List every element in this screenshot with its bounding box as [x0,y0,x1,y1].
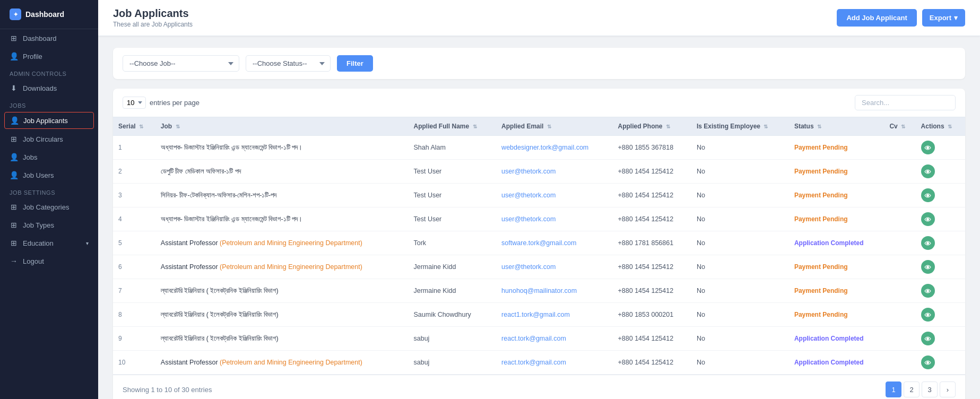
sidebar-label-job-applicants: Job Applicants [23,117,68,125]
cell-job: ল্যাবরেটরি ইঞ্জিনিয়ার ( ইলেকট্রনিক ইঞ্জ… [155,279,409,303]
cell-phone: +880 1454 125412 [613,327,691,351]
cell-actions [916,231,965,255]
topbar: Job Applicants These all are Job Applica… [98,0,980,36]
export-button[interactable]: Export ▾ [922,9,965,27]
table-row: 8 ল্যাবরেটরি ইঞ্জিনিয়ার ( ইলেকট্রনিক ইঞ… [113,303,965,327]
view-button[interactable] [921,308,935,322]
cell-status: Application Completed [789,351,884,375]
cell-existing: No [691,160,789,184]
filter-button[interactable]: Filter [337,55,373,72]
page-1-button[interactable]: 1 [886,381,901,397]
view-button[interactable] [921,355,935,369]
entries-select[interactable]: 10 25 50 [123,97,146,109]
cell-name: Shah Alam [408,136,496,160]
cell-name: Tork [408,231,496,255]
sidebar-item-education[interactable]: ⊞ Education ▾ [0,234,98,252]
cell-name: sabuj [408,327,496,351]
page-subtitle: These all are Job Applicants [113,21,193,28]
view-button[interactable] [921,236,935,250]
cell-actions [916,303,965,327]
table-row: 2 ডেপুটি চীফ মেডিকাল অফিসার-১টি পদ Test … [113,160,965,184]
cell-job: ডেপুটি চীফ মেডিকাল অফিসার-১টি পদ [155,160,409,184]
jobs-icon: 👤 [10,153,18,161]
dashboard-icon: ⊞ [10,34,18,42]
cell-existing: No [691,351,789,375]
view-button[interactable] [921,212,935,226]
table-container: 10 25 50 entries per page Serial ⇅ Job ⇅… [113,89,965,399]
table-row: 9 ল্যাবরেটরি ইঞ্জিনিয়ার ( ইলেকট্রনিক ইঞ… [113,327,965,351]
cell-cv [884,160,915,184]
view-button[interactable] [921,141,935,154]
view-button[interactable] [921,164,935,178]
cell-status: Payment Pending [789,255,884,279]
view-button[interactable] [921,260,935,274]
cell-serial: 8 [113,303,155,327]
sidebar-label-job-circulars: Job Circulars [23,135,63,143]
cell-serial: 9 [113,327,155,351]
content-area: --Choose Job-- --Choose Status-- Filter … [98,36,980,399]
table-controls: 10 25 50 entries per page [113,89,965,117]
choose-job-select[interactable]: --Choose Job-- [123,55,239,72]
cell-status: Payment Pending [789,184,884,207]
svg-point-2 [926,194,929,197]
cell-existing: No [691,231,789,255]
cell-cv [884,231,915,255]
sidebar-item-job-users[interactable]: 👤 Job Users [0,166,98,184]
pagination-buttons: 1 2 3 › [886,381,956,397]
svg-point-6 [926,290,929,292]
sidebar-item-job-categories[interactable]: ⊞ Job Categories [0,198,98,216]
table-row: 3 সিনিয়র- চীফ-টেকনিক্যাল-অফিসার-মেশিন-শ… [113,184,965,207]
main-content: Job Applicants These all are Job Applica… [98,0,980,399]
sidebar-item-jobs[interactable]: 👤 Jobs [0,148,98,166]
page-next-button[interactable]: › [940,381,956,397]
search-input[interactable] [855,95,956,110]
sidebar-item-profile[interactable]: 👤 Profile [0,47,98,65]
cell-email: software.tork@gmail.com [496,231,612,255]
cell-actions [916,351,965,375]
sidebar-logo: ✦ Dashboard [0,0,98,29]
sidebar-section-job-settings: Job Settings [0,184,98,198]
sidebar-item-job-types[interactable]: ⊞ Job Types [0,216,98,234]
sidebar-label-job-types: Job Types [23,221,54,229]
sidebar-label-jobs: Jobs [23,153,37,161]
col-existing: Is Existing Employee ⇅ [691,117,789,136]
cell-job: অধ্যাপক- ডিজাস্টার ইঞ্জিনিয়ারিং এন্ড ম্… [155,136,409,160]
svg-point-3 [926,218,929,221]
cell-actions [916,255,965,279]
view-button[interactable] [921,188,935,202]
view-button[interactable] [921,332,935,345]
col-actions: Actions ⇅ [916,117,965,136]
cell-actions [916,327,965,351]
page-3-button[interactable]: 3 [922,381,938,397]
cell-cv [884,279,915,303]
sidebar-item-logout[interactable]: → Logout [0,252,98,270]
cell-job: ল্যাবরেটরি ইঞ্জিনিয়ার ( ইলেকট্রনিক ইঞ্জ… [155,327,409,351]
page-title-block: Job Applicants These all are Job Applica… [113,7,193,28]
choose-status-select[interactable]: --Choose Status-- [246,55,331,72]
add-job-applicant-button[interactable]: Add Job Applicant [837,9,916,27]
sidebar-item-dashboard[interactable]: ⊞ Dashboard [0,29,98,47]
view-button[interactable] [921,284,935,298]
sidebar-label-profile: Profile [23,53,42,60]
cell-cv [884,327,915,351]
cell-cv [884,255,915,279]
education-icon: ⊞ [10,239,18,247]
filter-row: --Choose Job-- --Choose Status-- Filter [113,48,965,79]
sidebar-item-downloads[interactable]: ⬇ Downloads [0,79,98,97]
pagination-row: Showing 1 to 10 of 30 entries 1 2 3 › [113,375,965,399]
job-categories-icon: ⊞ [10,203,18,211]
sidebar-item-job-applicants[interactable]: 👤 Job Applicants [4,112,94,129]
cell-existing: No [691,303,789,327]
cell-serial: 6 [113,255,155,279]
cell-phone: +880 1454 125412 [613,160,691,184]
cell-status: Payment Pending [789,279,884,303]
applicants-table: Serial ⇅ Job ⇅ Applied Full Name ⇅ Appli… [113,117,965,375]
svg-point-0 [926,146,929,149]
page-2-button[interactable]: 2 [904,381,920,397]
cell-existing: No [691,255,789,279]
svg-point-5 [926,266,929,268]
cell-phone: +880 1454 125412 [613,184,691,207]
cell-name: Jermaine Kidd [408,279,496,303]
sidebar-item-job-circulars[interactable]: ⊞ Job Circulars [0,130,98,148]
cell-name: sabuj [408,351,496,375]
